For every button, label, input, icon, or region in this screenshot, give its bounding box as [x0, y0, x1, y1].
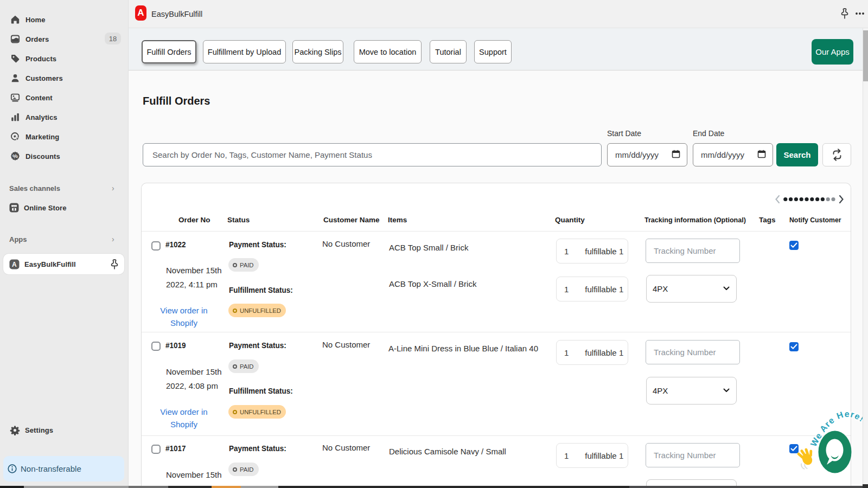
svg-text:A: A: [12, 260, 17, 268]
